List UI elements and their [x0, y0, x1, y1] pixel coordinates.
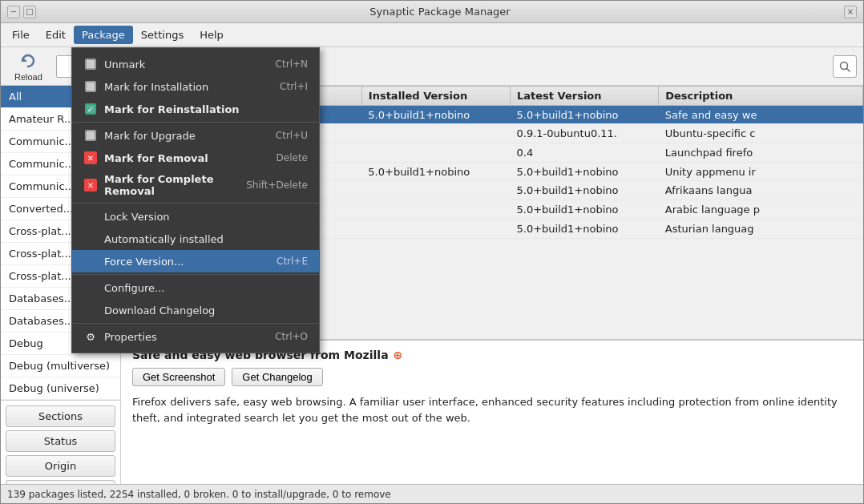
menu-mark-install-shortcut: Ctrl+I — [280, 81, 308, 92]
get-changelog-button[interactable]: Get Changelog — [232, 368, 322, 386]
search-box — [833, 55, 857, 78]
mark-removal-icon: ✕ — [83, 151, 98, 165]
auto-installed-icon — [83, 232, 98, 246]
col-header-description: Description — [659, 87, 863, 106]
properties-gear-icon: ⚙ — [83, 329, 98, 344]
menu-configure[interactable]: Configure... — [72, 276, 319, 299]
package-dropdown-menu: Unmark Ctrl+N Mark for Installation Ctrl… — [71, 47, 320, 353]
menu-mark-removal[interactable]: ✕ Mark for Removal Delete — [72, 147, 319, 169]
row-description-1: Ubuntu-specific c — [659, 124, 863, 143]
menu-download-changelog[interactable]: Download Changelog — [72, 299, 319, 321]
mark-upgrade-icon — [83, 128, 98, 143]
main-window: − □ Synaptic Package Manager × File Edit… — [0, 0, 864, 504]
row-description-5: Arabic language p — [659, 200, 863, 220]
row-latest-version-5: 5.0+build1+nobino — [511, 200, 659, 220]
title-bar-left-controls: − □ — [7, 6, 36, 18]
menu-mark-install[interactable]: Mark for Installation Ctrl+I — [72, 75, 319, 98]
menu-mark-reinstall[interactable]: ✓ Mark for Reinstallation — [72, 98, 319, 120]
search-icon — [838, 60, 851, 73]
reload-icon — [18, 51, 38, 71]
description-text: Firefox delivers safe, easy web browsing… — [132, 394, 852, 425]
row-description-6: Asturian languag — [659, 220, 863, 239]
mark-reinstall-icon: ✓ — [83, 102, 98, 116]
row-latest-version-6: 5.0+build1+nobino — [511, 220, 659, 239]
status-button[interactable]: Status — [6, 430, 115, 452]
menu-properties[interactable]: ⚙ Properties Ctrl+O — [72, 325, 319, 348]
menu-mark-upgrade-shortcut: Ctrl+U — [276, 130, 308, 141]
menu-group-4: Configure... Download Changelog — [72, 275, 319, 324]
origin-button[interactable]: Origin — [6, 455, 115, 477]
get-screenshot-button[interactable]: Get Screenshot — [132, 368, 225, 386]
menu-mark-upgrade[interactable]: Mark for Upgrade Ctrl+U — [72, 124, 319, 147]
menu-mark-complete-removal[interactable]: ✕ Mark for Complete Removal Shift+Delete — [72, 169, 319, 201]
menu-lock-version[interactable]: Lock Version — [72, 205, 319, 228]
menu-unmark[interactable]: Unmark Ctrl+N — [72, 53, 319, 75]
row-installed-version-1 — [361, 124, 510, 143]
menubar: File Edit Package Settings Help Unmark C… — [1, 23, 863, 47]
svg-line-2 — [847, 68, 850, 71]
row-description-4: Afrikaans langua — [659, 181, 863, 200]
menu-group-2: Mark for Upgrade Ctrl+U ✕ Mark for Remov… — [72, 123, 319, 204]
sections-button[interactable]: Sections — [6, 405, 115, 427]
row-installed-version-0: 5.0+build1+nobino — [361, 106, 510, 124]
menu-mark-reinstall-label: Mark for Reinstallation — [104, 103, 292, 115]
row-latest-version-4: 5.0+build1+nobino — [511, 181, 659, 200]
window-title: Synaptic Package Manager — [36, 6, 844, 18]
menu-properties-shortcut: Ctrl+O — [275, 331, 308, 342]
description-buttons: Get Screenshot Get Changelog — [132, 368, 852, 386]
menu-help[interactable]: Help — [192, 26, 232, 44]
mark-install-icon — [83, 79, 98, 94]
row-latest-version-1: 0.9.1-0ubuntu0.11. — [511, 124, 659, 143]
menu-auto-installed-label: Automatically installed — [104, 233, 308, 245]
menu-configure-label: Configure... — [104, 282, 308, 294]
menu-force-version[interactable]: Force Version... Ctrl+E — [72, 250, 319, 272]
ubuntu-logo-icon: ⊕ — [394, 349, 403, 361]
close-button[interactable]: × — [844, 6, 857, 18]
reload-button[interactable]: Reload — [7, 47, 50, 86]
menu-lock-version-label: Lock Version — [104, 211, 308, 223]
menu-mark-removal-shortcut: Delete — [277, 152, 308, 163]
maximize-button[interactable]: □ — [23, 6, 36, 18]
menu-mark-install-label: Mark for Installation — [104, 81, 264, 93]
menu-unmark-label: Unmark — [104, 58, 260, 71]
row-latest-version-0: 5.0+build1+nobino — [511, 106, 659, 124]
row-description-2: Launchpad firefo — [659, 143, 863, 163]
col-header-installed-version: Installed Version — [361, 87, 510, 106]
menu-force-version-shortcut: Ctrl+E — [277, 256, 308, 267]
menu-mark-removal-label: Mark for Removal — [104, 152, 260, 164]
menu-force-version-label: Force Version... — [104, 256, 260, 268]
menu-edit[interactable]: Edit — [38, 26, 74, 44]
row-latest-version-3: 5.0+build1+nobino — [511, 163, 659, 181]
reload-label: Reload — [14, 72, 42, 82]
col-header-latest-version: Latest Version — [511, 87, 659, 106]
force-version-icon — [83, 254, 98, 268]
menu-group-3: Lock Version Automatically installed For… — [72, 204, 319, 275]
menu-file[interactable]: File — [4, 26, 38, 44]
row-installed-version-5 — [361, 200, 510, 220]
menu-unmark-shortcut: Ctrl+N — [276, 58, 308, 70]
configure-icon — [83, 280, 98, 295]
title-bar: − □ Synaptic Package Manager × — [1, 1, 863, 23]
row-description-0: Safe and easy we — [659, 106, 863, 124]
menu-package[interactable]: Package — [74, 26, 133, 44]
minimize-button[interactable]: − — [7, 6, 20, 18]
row-installed-version-6 — [361, 220, 510, 239]
statusbar-text: 139 packages listed, 2254 installed, 0 b… — [7, 489, 391, 500]
menu-group-1: Unmark Ctrl+N Mark for Installation Ctrl… — [72, 51, 319, 123]
download-changelog-icon — [83, 303, 98, 317]
mark-complete-removal-icon: ✕ — [83, 178, 98, 192]
menu-download-changelog-label: Download Changelog — [104, 304, 308, 317]
menu-mark-upgrade-label: Mark for Upgrade — [104, 130, 260, 142]
sidebar-item-12[interactable]: Debug (multiverse) — [1, 355, 120, 377]
svg-marker-0 — [22, 57, 27, 62]
menu-auto-installed[interactable]: Automatically installed — [72, 228, 319, 250]
sidebar-item-13[interactable]: Debug (universe) — [1, 377, 120, 400]
unmark-icon — [83, 57, 98, 71]
menu-group-5: ⚙ Properties Ctrl+O — [72, 324, 319, 349]
menu-mark-complete-removal-label: Mark for Complete Removal — [104, 173, 230, 197]
row-installed-version-2 — [361, 143, 510, 163]
statusbar: 139 packages listed, 2254 installed, 0 b… — [1, 484, 863, 503]
row-installed-version-3: 5.0+build1+nobino — [361, 163, 510, 181]
menu-settings[interactable]: Settings — [133, 26, 192, 44]
lock-version-icon — [83, 209, 98, 224]
